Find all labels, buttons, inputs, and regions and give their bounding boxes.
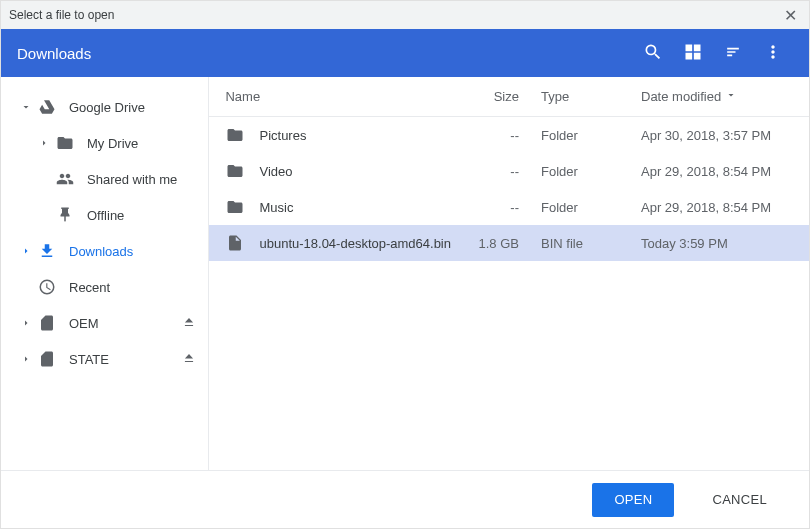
search-button[interactable] — [633, 33, 673, 73]
column-date[interactable]: Date modified — [631, 89, 801, 104]
file-size: -- — [451, 164, 531, 179]
folder-icon — [225, 125, 245, 145]
file-type: BIN file — [531, 236, 631, 251]
file-date: Apr 29, 2018, 8:54 PM — [631, 164, 801, 179]
sidebar-item-label: Recent — [69, 280, 110, 295]
file-type: Folder — [531, 200, 631, 215]
file-name: Pictures — [259, 128, 451, 143]
cancel-button[interactable]: CANCEL — [690, 483, 789, 517]
chevron-down-icon — [19, 100, 33, 114]
grid-icon — [683, 42, 703, 65]
sidebar-item-downloads[interactable]: Downloads — [1, 233, 208, 269]
table-row[interactable]: Video -- Folder Apr 29, 2018, 8:54 PM — [209, 153, 809, 189]
file-name: Music — [259, 200, 451, 215]
close-icon[interactable]: ✕ — [780, 6, 801, 25]
sidebar-item-label: Offline — [87, 208, 124, 223]
column-headers: Name Size Type Date modified — [209, 77, 809, 117]
sidebar: Google Drive My Drive Shared with me Off… — [1, 77, 208, 470]
chevron-right-icon — [19, 352, 33, 366]
sidebar-item-label: OEM — [69, 316, 99, 331]
file-icon — [225, 233, 245, 253]
sd-card-icon — [37, 313, 57, 333]
toolbar: Downloads — [1, 29, 809, 77]
column-type[interactable]: Type — [531, 89, 631, 104]
file-name: Video — [259, 164, 451, 179]
column-name[interactable]: Name — [209, 89, 451, 104]
file-size: -- — [451, 200, 531, 215]
view-toggle-button[interactable] — [673, 33, 713, 73]
google-drive-icon — [37, 97, 57, 117]
sidebar-item-oem[interactable]: OEM — [1, 305, 208, 341]
eject-icon[interactable] — [182, 315, 196, 332]
file-picker-window: Select a file to open ✕ Downloads Google… — [0, 0, 810, 529]
sidebar-item-label: Shared with me — [87, 172, 177, 187]
breadcrumb: Downloads — [17, 45, 91, 62]
file-type: Folder — [531, 164, 631, 179]
file-type: Folder — [531, 128, 631, 143]
eject-icon[interactable] — [182, 351, 196, 368]
sidebar-item-my-drive[interactable]: My Drive — [1, 125, 208, 161]
sidebar-item-label: Google Drive — [69, 100, 145, 115]
clock-icon — [37, 277, 57, 297]
window-title: Select a file to open — [9, 8, 114, 22]
search-icon — [643, 42, 663, 65]
sidebar-item-label: My Drive — [87, 136, 138, 151]
sidebar-item-shared-with-me[interactable]: Shared with me — [1, 161, 208, 197]
sidebar-item-offline[interactable]: Offline — [1, 197, 208, 233]
sidebar-item-label: STATE — [69, 352, 109, 367]
file-size: 1.8 GB — [451, 236, 531, 251]
column-date-label: Date modified — [641, 89, 721, 104]
more-vert-icon — [763, 42, 783, 65]
column-size[interactable]: Size — [451, 89, 531, 104]
file-date: Apr 29, 2018, 8:54 PM — [631, 200, 801, 215]
chevron-right-icon — [37, 136, 51, 150]
sidebar-item-google-drive[interactable]: Google Drive — [1, 89, 208, 125]
folder-icon — [225, 197, 245, 217]
more-menu-button[interactable] — [753, 33, 793, 73]
people-icon — [55, 169, 75, 189]
sd-card-icon — [37, 349, 57, 369]
titlebar: Select a file to open ✕ — [1, 1, 809, 29]
table-row[interactable]: ubuntu-18.04-desktop-amd64.bin 1.8 GB BI… — [209, 225, 809, 261]
chevron-right-icon — [19, 316, 33, 330]
sort-desc-icon — [721, 89, 737, 104]
file-size: -- — [451, 128, 531, 143]
file-date: Today 3:59 PM — [631, 236, 801, 251]
file-name: ubuntu-18.04-desktop-amd64.bin — [259, 236, 451, 251]
sidebar-item-label: Downloads — [69, 244, 133, 259]
dialog-footer: OPEN CANCEL — [1, 470, 809, 528]
table-row[interactable]: Pictures -- Folder Apr 30, 2018, 3:57 PM — [209, 117, 809, 153]
sidebar-item-state[interactable]: STATE — [1, 341, 208, 377]
table-row[interactable]: Music -- Folder Apr 29, 2018, 8:54 PM — [209, 189, 809, 225]
sidebar-item-recent[interactable]: Recent — [1, 269, 208, 305]
open-button[interactable]: OPEN — [592, 483, 674, 517]
sort-button[interactable] — [713, 33, 753, 73]
chevron-right-icon — [19, 244, 33, 258]
pin-icon — [55, 205, 75, 225]
folder-icon — [225, 161, 245, 181]
sort-az-icon — [723, 42, 743, 65]
file-date: Apr 30, 2018, 3:57 PM — [631, 128, 801, 143]
download-icon — [37, 241, 57, 261]
folder-icon — [55, 133, 75, 153]
file-list: Name Size Type Date modified Pictures --… — [208, 77, 809, 470]
